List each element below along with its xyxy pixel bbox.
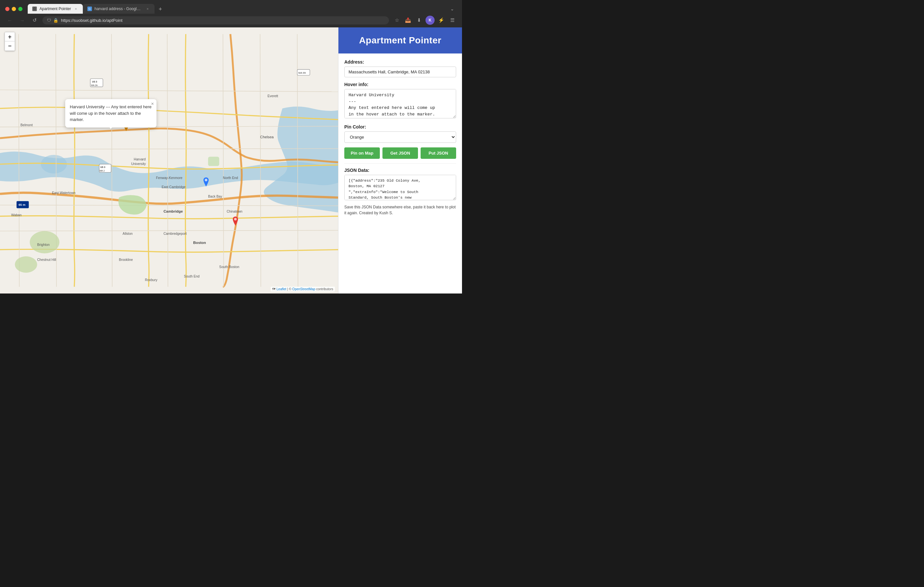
- svg-text:Cambridge: Cambridge: [163, 209, 183, 213]
- svg-point-15: [15, 256, 37, 273]
- traffic-light-close[interactable]: [5, 7, 10, 11]
- address-bar-icons: 🛡 🔒: [47, 18, 58, 23]
- svg-point-51: [234, 218, 237, 220]
- svg-text:US 3: US 3: [101, 166, 105, 168]
- hover-info-textarea[interactable]: [344, 89, 456, 118]
- back-button[interactable]: ←: [5, 16, 14, 25]
- svg-text:Fenway-Kenmore: Fenway-Kenmore: [156, 176, 183, 180]
- svg-text:MA 99: MA 99: [298, 71, 306, 74]
- address-url: https://suobset.github.io/aptPoint: [61, 18, 384, 23]
- json-section: JSON Data: Save this JSON Data somewhere…: [344, 164, 456, 216]
- tab-close-google[interactable]: ×: [145, 7, 150, 11]
- svg-text:Chinatown: Chinatown: [227, 210, 243, 213]
- traffic-lights: [5, 7, 23, 11]
- svg-text:Waban: Waban: [11, 213, 21, 217]
- map-popup: × Harvard University --- Any text entere…: [65, 99, 157, 127]
- tab-google[interactable]: G harvard address - Google Sear... ×: [83, 4, 155, 14]
- bookmark-icon[interactable]: ☆: [392, 16, 401, 25]
- map-zoom-controls: + −: [5, 32, 15, 51]
- attribution-separator: | ©: [287, 287, 292, 291]
- svg-text:Cambredgeport: Cambredgeport: [163, 232, 186, 235]
- address-field-group: Address:: [344, 60, 456, 77]
- svg-text:North End: North End: [223, 176, 238, 180]
- svg-text:65 m: 65 m: [18, 203, 25, 207]
- tab-favicon-apt: 🗒: [32, 7, 37, 11]
- json-textarea[interactable]: [344, 175, 456, 200]
- svg-text:Brighton: Brighton: [37, 243, 50, 246]
- right-panel: Apartment Pointer Address: Hover info: P…: [338, 27, 462, 293]
- shield-icon: 🛡: [47, 18, 51, 23]
- browser-chrome: 🗒 Apartment Pointer × G harvard address …: [0, 0, 462, 27]
- tab-favicon-google: G: [87, 7, 92, 11]
- panel-header: Apartment Pointer: [338, 27, 462, 53]
- zoom-in-button[interactable]: +: [5, 32, 15, 41]
- popup-text: Harvard University --- Any text entered …: [70, 104, 152, 122]
- svg-text:Harvard: Harvard: [134, 157, 146, 161]
- pin-color-field-group: Pin Color: Orange Blue Red Green Purple: [344, 124, 456, 143]
- window-menu-chevron[interactable]: ⌄: [448, 5, 457, 13]
- traffic-light-minimize[interactable]: [12, 7, 16, 11]
- address-bar[interactable]: 🛡 🔒 https://suobset.github.io/aptPoint: [42, 16, 389, 25]
- forward-button[interactable]: →: [18, 16, 27, 25]
- tab-label-google: harvard address - Google Sear...: [94, 7, 143, 11]
- svg-text:Belmont: Belmont: [21, 123, 33, 127]
- svg-text:Chelsea: Chelsea: [260, 135, 274, 139]
- svg-text:US 3: US 3: [92, 81, 97, 83]
- pin-boston[interactable]: [202, 177, 210, 188]
- leaflet-link[interactable]: Leaflet: [277, 287, 286, 291]
- new-tab-button[interactable]: +: [156, 5, 165, 14]
- download-icon[interactable]: ⬇: [414, 16, 424, 25]
- map-svg: Belmont Waban Chestnut Hill East Waterto…: [0, 27, 338, 293]
- json-footnote: Save this JSON Data somewhere else, past…: [344, 204, 456, 216]
- lock-icon: 🔒: [53, 18, 58, 23]
- svg-text:South Boston: South Boston: [219, 265, 239, 269]
- pin-on-map-button[interactable]: Pin on Map: [344, 147, 380, 159]
- extensions-icon[interactable]: ⚡: [437, 16, 446, 25]
- svg-text:Chestnut Hill: Chestnut Hill: [37, 258, 56, 261]
- svg-text:Roxbury: Roxbury: [145, 278, 157, 282]
- tab-close-apt[interactable]: ×: [74, 7, 78, 11]
- action-buttons: Pin on Map Get JSON Put JSON: [344, 147, 456, 159]
- svg-text:University: University: [131, 162, 146, 166]
- get-json-button[interactable]: Get JSON: [383, 147, 418, 159]
- pin-color-select[interactable]: Orange Blue Red Green Purple: [344, 131, 456, 143]
- svg-text:Boston: Boston: [193, 241, 206, 245]
- tab-bar: 🗒 Apartment Pointer × G harvard address …: [28, 4, 445, 14]
- tab-label-apt: Apartment Pointer: [40, 7, 71, 11]
- put-json-button[interactable]: Put JSON: [421, 147, 456, 159]
- tab-apartment-pointer[interactable]: 🗒 Apartment Pointer ×: [28, 4, 83, 14]
- panel-body: Address: Hover info: Pin Color: Orange B…: [338, 53, 462, 293]
- json-label: JSON Data:: [344, 168, 456, 173]
- refresh-button[interactable]: ↺: [30, 16, 39, 25]
- leaflet-attribution: 🗺 Leaflet: [272, 287, 286, 291]
- osm-link[interactable]: OpenStreetMap: [292, 287, 315, 291]
- title-bar-right: ⌄: [448, 5, 457, 13]
- svg-text:South End: South End: [184, 274, 200, 278]
- title-bar: 🗒 Apartment Pointer × G harvard address …: [0, 0, 462, 14]
- svg-text:Allston: Allston: [122, 232, 133, 235]
- hover-info-label: Hover info:: [344, 82, 456, 87]
- address-label: Address:: [344, 60, 456, 64]
- pin-south-boston[interactable]: [231, 217, 239, 227]
- map-tile: Belmont Waban Chestnut Hill East Waterto…: [0, 27, 338, 293]
- address-input[interactable]: [344, 66, 456, 77]
- attribution-contributors: contributors: [316, 287, 333, 291]
- svg-text:MA 2: MA 2: [99, 170, 105, 172]
- profile-avatar[interactable]: K: [426, 16, 435, 25]
- svg-text:East Cambridge: East Cambridge: [162, 185, 186, 189]
- traffic-light-fullscreen[interactable]: [18, 7, 23, 11]
- map-area[interactable]: Belmont Waban Chestnut Hill East Waterto…: [0, 27, 338, 293]
- menu-icon[interactable]: ☰: [448, 16, 457, 25]
- svg-text:Back Bay: Back Bay: [208, 195, 222, 198]
- svg-rect-16: [208, 157, 219, 166]
- main-content: Belmont Waban Chestnut Hill East Waterto…: [0, 27, 462, 293]
- address-bar-row: ← → ↺ 🛡 🔒 https://suobset.github.io/aptP…: [0, 14, 462, 27]
- map-attribution: 🗺 Leaflet | © OpenStreetMap contributors: [271, 287, 335, 291]
- svg-point-50: [205, 179, 207, 181]
- pocket-icon[interactable]: 📥: [403, 16, 412, 25]
- svg-text:Everett: Everett: [267, 94, 278, 98]
- zoom-out-button[interactable]: −: [5, 41, 15, 51]
- popup-close-button[interactable]: ×: [151, 101, 154, 106]
- pin-color-label: Pin Color:: [344, 124, 456, 129]
- svg-text:MA 2A: MA 2A: [91, 84, 98, 86]
